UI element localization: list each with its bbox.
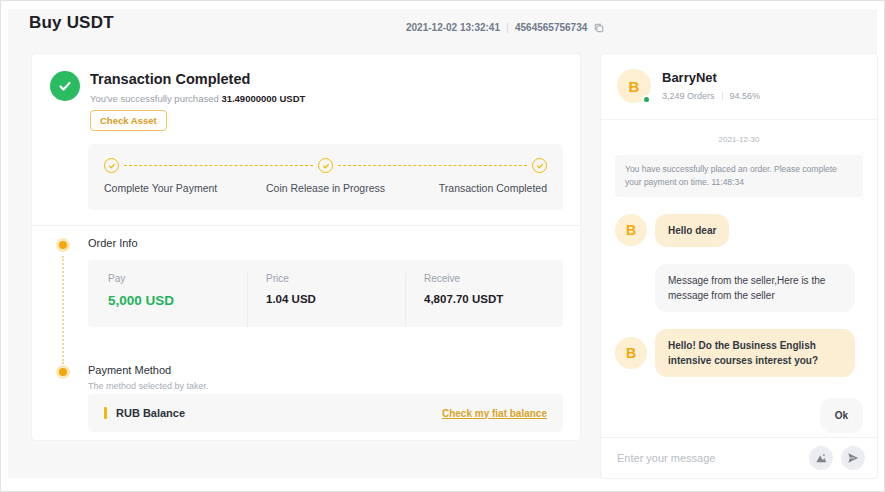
payment-method-subtitle: The method selected by taker. (88, 381, 209, 391)
step-label-2: Coin Release in Progress (266, 182, 385, 194)
price-value: 1.04 USD (266, 293, 395, 305)
transaction-card: Transaction Completed You've successfull… (31, 53, 581, 441)
seller-message-bubble: Hello dear (655, 214, 729, 247)
buy-usdt-page: Buy USDT 2021-12-02 13:32:41 45645657567… (0, 0, 885, 492)
step-label-3: Transaction Completed (439, 182, 547, 194)
seller-orders: 3,249 Orders (662, 91, 715, 101)
step-connector (338, 165, 527, 166)
steps-track (104, 158, 547, 173)
status-title: Transaction Completed (90, 71, 250, 87)
order-timestamp: 2021-12-02 13:32:41 (406, 22, 500, 33)
chat-input-bar (601, 437, 877, 478)
order-info-bullet-icon (59, 241, 67, 249)
chat-panel: B BarryNet 3,249 Orders 94.56% 2021-12-3… (600, 53, 878, 479)
receive-label: Receive (424, 273, 553, 284)
seller-name[interactable]: BarryNet (662, 70, 717, 85)
chat-message-row: Message from the seller,Here is the mess… (615, 264, 863, 312)
order-id: 4564565756734 (515, 22, 587, 33)
section-connector-line (62, 256, 64, 364)
success-check-icon (50, 71, 80, 101)
pay-value: 5,000 USD (108, 293, 237, 308)
meta-divider (507, 23, 508, 33)
chat-message-row: B Hello dear (615, 214, 863, 247)
status-subtitle: You've successfully purchased 31.4900000… (90, 93, 305, 104)
step-label-1: Complete Your Payment (104, 182, 217, 194)
progress-steps: Complete Your Payment Coin Release in Pr… (88, 144, 563, 210)
payment-method-bullet-icon (59, 368, 67, 376)
seller-stats: 3,249 Orders 94.56% (662, 91, 760, 101)
receive-value: 4,807.70 USDT (424, 293, 553, 305)
order-info-box: Pay 5,000 USD Price 1.04 USD Receive 4,8… (88, 260, 563, 327)
payment-method-box: RUB Balance Check my fiat balance (88, 394, 563, 432)
steps-labels: Complete Your Payment Coin Release in Pr… (104, 182, 547, 196)
purchased-amount: 31.49000000 USDT (221, 93, 305, 104)
chat-header: B BarryNet 3,249 Orders 94.56% (601, 54, 877, 120)
order-info-title: Order Info (88, 237, 138, 249)
step-check-icon-1 (104, 158, 119, 173)
seller-completion-rate: 94.56% (730, 91, 761, 101)
receive-column: Receive 4,807.70 USDT (405, 273, 563, 327)
price-column: Price 1.04 USD (247, 273, 405, 327)
payment-method-name: RUB Balance (116, 407, 185, 419)
status-subtitle-text: You've successfully purchased (90, 93, 221, 104)
step-check-icon-2 (318, 158, 333, 173)
card-divider (32, 225, 580, 226)
price-label: Price (266, 273, 395, 284)
message-input[interactable] (617, 452, 801, 464)
online-status-dot (642, 95, 651, 104)
chat-message-list[interactable]: 2021-12-30 You have successfully placed … (601, 120, 877, 437)
step-connector (124, 165, 313, 166)
copy-icon[interactable] (594, 23, 604, 33)
system-message: You have successfully placed an order. P… (615, 155, 863, 197)
seller-note-bubble: Message from the seller,Here is the mess… (655, 264, 855, 312)
send-message-icon[interactable] (841, 446, 865, 470)
chat-message-row: Ok (615, 398, 863, 433)
payment-color-bar (104, 407, 107, 419)
buyer-message-bubble: Ok (820, 398, 863, 433)
order-meta: 2021-12-02 13:32:41 4564565756734 (406, 22, 604, 33)
attach-image-icon[interactable] (809, 446, 833, 470)
check-asset-button[interactable]: Check Asset (90, 110, 167, 131)
seller-message-bubble: Hello! Do the Business English intensive… (655, 329, 855, 377)
seller-avatar: B (615, 337, 647, 369)
check-fiat-balance-link[interactable]: Check my fiat balance (442, 408, 547, 419)
chat-message-row: B Hello! Do the Business English intensi… (615, 329, 863, 377)
payment-method-title: Payment Method (88, 364, 171, 376)
page-title: Buy USDT (29, 13, 114, 33)
stats-divider (722, 92, 723, 100)
step-check-icon-3 (532, 158, 547, 173)
chat-date: 2021-12-30 (615, 135, 863, 144)
pay-column: Pay 5,000 USD (108, 273, 247, 327)
seller-avatar: B (615, 214, 647, 246)
pay-label: Pay (108, 273, 237, 284)
